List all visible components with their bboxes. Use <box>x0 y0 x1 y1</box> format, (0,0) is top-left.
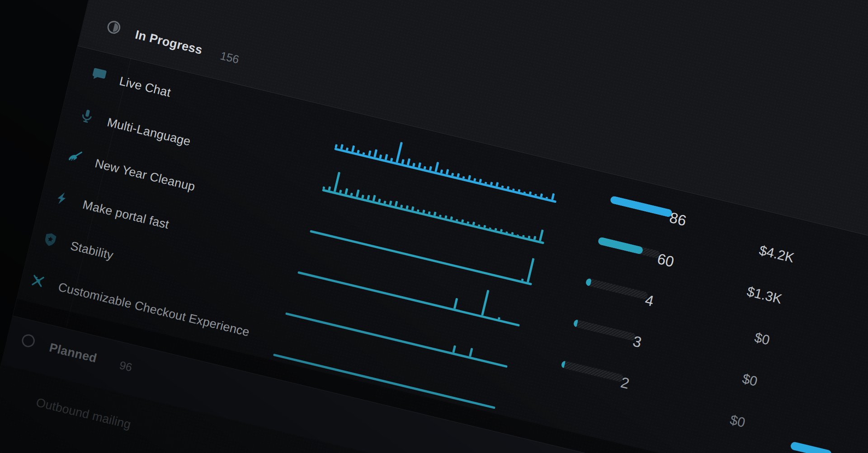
score-bar-track <box>561 360 624 382</box>
score-bar-track <box>597 237 660 259</box>
score-value: 60 <box>656 250 676 271</box>
score-bar-fill <box>573 319 578 327</box>
roadmap-board: In Progress 156 Live Chat86$4.2KMulti-La… <box>0 0 868 453</box>
row-title: Outbound mailing <box>35 396 132 432</box>
score-bar-track <box>609 196 673 218</box>
section-count: 156 <box>219 49 240 66</box>
broom-icon <box>66 148 84 167</box>
section-label: Planned <box>48 341 98 365</box>
row-icon-slot <box>66 148 84 167</box>
score-bar-track <box>585 278 648 300</box>
score-bar-track <box>573 319 636 341</box>
microphone-icon <box>78 107 96 125</box>
in-progress-status-icon <box>104 18 123 37</box>
design-tools-icon <box>29 271 47 290</box>
row-icon-slot <box>78 107 96 125</box>
row-icon-slot <box>41 230 60 249</box>
planned-status-icon <box>19 331 38 350</box>
score-bar-fill <box>609 196 673 218</box>
half-circle-icon <box>104 18 123 37</box>
row-icon-slot <box>53 189 72 208</box>
score-bar-fill <box>597 237 643 255</box>
row-title: Multi-Language <box>106 115 192 149</box>
shield-icon <box>41 230 60 249</box>
tilted-stage: In Progress 156 Live Chat86$4.2KMulti-La… <box>0 0 868 453</box>
section-label: In Progress <box>134 28 204 57</box>
row-title: Stability <box>69 239 115 263</box>
score-bar-fill <box>561 360 566 368</box>
score-bar-fill <box>585 278 592 286</box>
chat-bubble-icon <box>90 65 108 84</box>
section-count: 96 <box>118 359 133 374</box>
circle-outline-icon <box>19 331 38 350</box>
row-icon-slot <box>90 65 108 84</box>
row-icon-slot <box>29 271 47 290</box>
row-title: Make portal fast <box>81 198 170 232</box>
score-value: 86 <box>668 209 688 230</box>
row-title: Live Chat <box>118 74 172 100</box>
lightning-icon <box>53 189 72 208</box>
